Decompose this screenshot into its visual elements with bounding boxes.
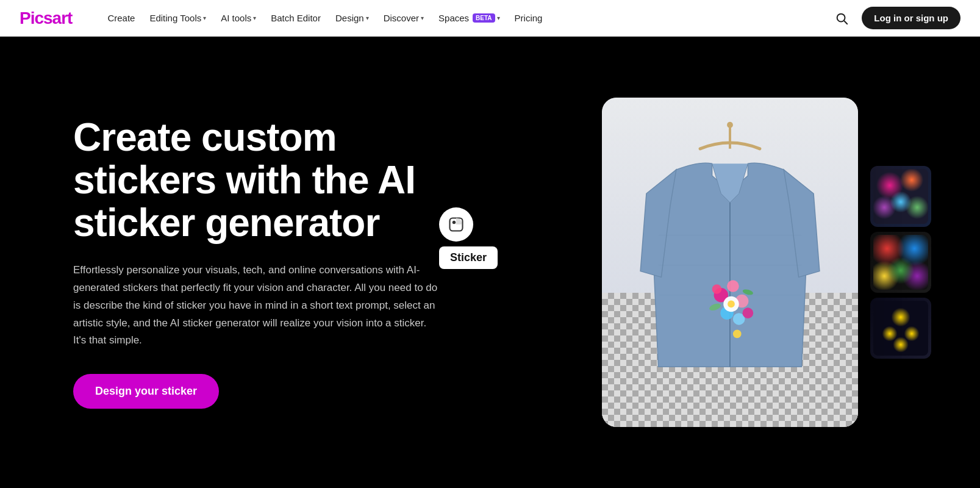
- nav-item-batch-editor[interactable]: Batch Editor: [265, 9, 327, 27]
- svg-point-16: [728, 301, 735, 308]
- nav-item-discover[interactable]: Discover ▾: [377, 9, 430, 27]
- svg-point-0: [837, 13, 845, 21]
- chevron-down-icon: ▾: [497, 15, 500, 21]
- logo[interactable]: Picsart: [20, 9, 72, 28]
- search-icon: [835, 12, 848, 25]
- main-hero-card: [602, 98, 858, 427]
- design-sticker-button[interactable]: Design your sticker: [73, 374, 219, 409]
- beta-badge: BETA: [473, 13, 495, 23]
- svg-point-5: [727, 122, 733, 128]
- svg-line-1: [845, 21, 848, 24]
- sticker-tool-icon: [439, 207, 473, 242]
- sticker-icon: [448, 216, 465, 233]
- hero-content: Create custom stickers with the AI stick…: [73, 116, 488, 409]
- sticker-label: Sticker: [439, 246, 498, 269]
- gem-thumbnail: [873, 235, 928, 290]
- svg-point-3: [453, 221, 456, 224]
- svg-point-20: [712, 284, 722, 294]
- floral-thumbnail: [873, 169, 928, 224]
- chevron-down-icon: ▾: [366, 15, 369, 21]
- nav-right: Log in or sign up: [831, 7, 960, 29]
- hero-visual: Sticker: [488, 73, 931, 451]
- diamond-thumbnail: [873, 301, 928, 356]
- hero-title: Create custom stickers with the AI stick…: [73, 116, 488, 245]
- svg-point-19: [743, 307, 754, 318]
- thumbnail-1[interactable]: [870, 166, 931, 227]
- hero-description: Effortlessly personalize your visuals, t…: [73, 262, 439, 350]
- navbar: Picsart Create Editing Tools ▾ AI tools …: [0, 0, 980, 37]
- chevron-down-icon: ▾: [421, 15, 424, 21]
- svg-point-21: [733, 330, 742, 339]
- nav-links: Create Editing Tools ▾ AI tools ▾ Batch …: [101, 9, 812, 27]
- thumbnail-3[interactable]: [870, 298, 931, 359]
- nav-item-create[interactable]: Create: [101, 9, 141, 27]
- nav-item-ai-tools[interactable]: AI tools ▾: [215, 9, 262, 27]
- thumbnail-2[interactable]: [870, 232, 931, 293]
- hero-section: Create custom stickers with the AI stick…: [0, 37, 980, 488]
- sticker-tooltip: Sticker: [439, 207, 498, 269]
- chevron-down-icon: ▾: [253, 15, 256, 21]
- nav-item-editing-tools[interactable]: Editing Tools ▾: [143, 9, 212, 27]
- search-button[interactable]: [831, 8, 852, 29]
- chevron-down-icon: ▾: [203, 15, 206, 21]
- side-thumbnails: [870, 166, 931, 359]
- jacket-image: [626, 116, 834, 403]
- svg-point-11: [727, 280, 739, 292]
- nav-item-spaces[interactable]: Spaces BETA ▾: [432, 9, 506, 27]
- login-button[interactable]: Log in or sign up: [862, 7, 960, 29]
- nav-item-design[interactable]: Design ▾: [329, 9, 375, 27]
- nav-item-pricing[interactable]: Pricing: [509, 9, 549, 27]
